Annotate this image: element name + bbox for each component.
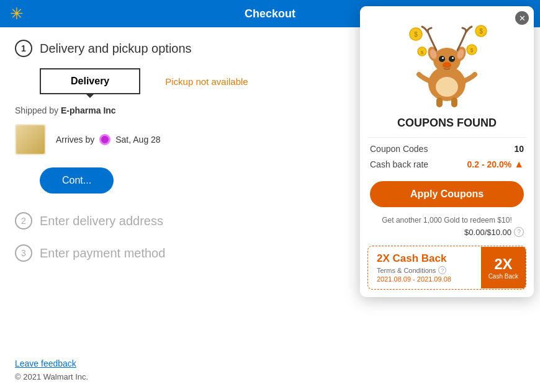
svg-text:$: $	[479, 28, 483, 35]
svg-point-21	[443, 62, 451, 68]
delivery-button[interactable]: Delivery	[40, 68, 140, 94]
page-title: Checkout	[245, 7, 295, 20]
popup-close-button[interactable]: ✕	[515, 11, 529, 25]
product-image	[15, 124, 46, 155]
walmart-logo: ✳	[10, 4, 24, 24]
step-1-number: 1	[15, 40, 32, 57]
cashback-label: Cash back rate	[370, 159, 428, 169]
coupon-codes-row: Coupon Codes 10	[370, 144, 524, 154]
copyright: © 2021 Walmart Inc.	[15, 372, 88, 381]
svg-text:$: $	[421, 50, 424, 55]
svg-rect-23	[451, 97, 457, 107]
svg-point-11	[436, 77, 458, 97]
step-2-number: 2	[15, 212, 32, 229]
progress-row: $0.00/$10.00 ?	[360, 226, 534, 242]
coupon-badge-label: Cash Back	[488, 273, 518, 280]
cashback-row: Cash back rate 0.2 - 20.0% ▲	[370, 159, 524, 170]
coupon-codes-label: Coupon Codes	[370, 144, 428, 154]
terms-label: Terms & Conditions	[377, 267, 436, 274]
leave-feedback-link[interactable]: Leave feedback	[15, 359, 88, 368]
cashback-value: 0.2 - 20.0%	[467, 159, 512, 169]
step-1-title: Delivery and pickup options	[40, 42, 192, 56]
step-3-title: Enter payment method	[40, 246, 165, 261]
apply-coupons-button[interactable]: Apply Coupons	[370, 181, 524, 207]
svg-text:$: $	[470, 47, 473, 53]
terms-row: Terms & Conditions ?	[377, 266, 472, 274]
seller-name: E-pharma Inc	[61, 105, 116, 115]
coupon-badge-value: 2X	[494, 256, 512, 273]
svg-point-19	[442, 57, 444, 59]
pickup-unavailable: Pickup not available	[165, 76, 248, 87]
svg-point-18	[449, 56, 455, 62]
coupon-card-left: 2X Cash Back Terms & Conditions ? 2021.0…	[368, 246, 481, 289]
svg-text:$: $	[414, 31, 418, 38]
coupon-card-right: 2X Cash Back	[481, 247, 526, 288]
coupon-dates: 2021.08.09 - 2021.09.08	[377, 275, 472, 283]
coupon-popup: ✕ H $ $ $ $	[360, 6, 534, 297]
continue-button[interactable]: Cont...	[40, 167, 114, 194]
terms-info-icon[interactable]: ?	[438, 266, 446, 274]
footer: Leave feedback © 2021 Walmart Inc.	[15, 359, 88, 382]
arrives-date: Sat, Aug 28	[115, 135, 160, 145]
svg-point-17	[439, 56, 445, 62]
cashback-2x-title: 2X Cash Back	[377, 252, 472, 265]
delivery-icon	[99, 134, 110, 145]
cashback-arrow-icon: ▲	[514, 159, 524, 170]
svg-point-20	[452, 57, 454, 59]
deer-illustration: $ $ $ $	[360, 6, 534, 112]
cashback-value-row: 0.2 - 20.0% ▲	[467, 159, 524, 170]
svg-rect-22	[436, 97, 443, 107]
gold-text: Get another 1,000 Gold to redeem $10!	[360, 213, 534, 226]
coupons-found-title: COUPONS FOUND	[367, 112, 526, 138]
arrives-by: Arrives by Sat, Aug 28	[56, 134, 161, 145]
progress-info-icon[interactable]: ?	[514, 227, 524, 237]
arrives-label: Arrives by	[56, 135, 94, 145]
coupon-info: Coupon Codes 10 Cash back rate 0.2 - 20.…	[360, 138, 534, 181]
coupon-codes-count: 10	[514, 144, 524, 154]
step-3-number: 3	[15, 244, 32, 262]
step-2-title: Enter delivery address	[40, 214, 163, 228]
progress-amount: $0.00/$10.00	[464, 228, 511, 237]
coupon-card: 2X Cash Back Terms & Conditions ? 2021.0…	[367, 246, 526, 290]
